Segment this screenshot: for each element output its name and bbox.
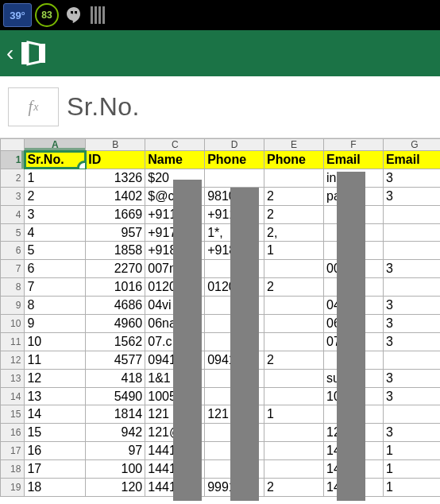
cell[interactable] <box>264 424 324 442</box>
cell[interactable]: 2 <box>264 479 324 497</box>
cell[interactable] <box>264 442 324 460</box>
cell[interactable]: 8 <box>25 297 86 315</box>
cell[interactable] <box>264 332 324 351</box>
row-header[interactable]: 6 <box>1 242 25 260</box>
cell[interactable]: 1 <box>383 460 440 479</box>
cell[interactable] <box>264 387 324 405</box>
cell[interactable]: 4577 <box>86 351 145 369</box>
cell[interactable] <box>264 169 324 187</box>
col-header-B[interactable]: B <box>86 139 145 151</box>
row-header[interactable]: 7 <box>1 260 25 278</box>
cell[interactable]: 4686 <box>86 297 145 315</box>
row-header[interactable]: 8 <box>1 278 25 297</box>
cell[interactable]: 2 <box>264 278 324 297</box>
cell[interactable]: 1 <box>264 242 324 260</box>
row-header[interactable]: 10 <box>1 315 25 333</box>
cell[interactable] <box>264 369 324 387</box>
col-header-F[interactable]: F <box>324 139 384 151</box>
cell[interactable]: 2 <box>264 351 324 369</box>
row-header[interactable]: 12 <box>1 351 25 369</box>
cell[interactable]: 2, <box>264 223 324 242</box>
cell[interactable]: 3 <box>383 424 440 442</box>
formula-value[interactable]: Sr.No. <box>67 76 440 138</box>
cell[interactable]: 3 <box>383 332 440 351</box>
col-header-A[interactable]: A <box>25 139 86 151</box>
spreadsheet[interactable]: A B C D E F G 1Sr.No.IDNamePhonePhoneEma… <box>0 138 440 497</box>
cell[interactable] <box>205 169 264 187</box>
cell[interactable]: 1402 <box>86 187 145 205</box>
cell[interactable]: 13 <box>25 387 86 405</box>
cell[interactable]: 18 <box>25 479 86 497</box>
row-header[interactable]: 1 <box>1 151 25 169</box>
cell[interactable]: 3 <box>383 369 440 387</box>
cell[interactable]: 14 <box>25 405 86 424</box>
cell[interactable]: 5490 <box>86 387 145 405</box>
cell[interactable]: 1 <box>383 442 440 460</box>
cell[interactable] <box>264 297 324 315</box>
row-header[interactable]: 3 <box>1 187 25 205</box>
cell[interactable]: Phone <box>205 151 264 169</box>
cell[interactable]: 3 <box>25 205 86 223</box>
row-header[interactable]: 14 <box>1 387 25 405</box>
cell[interactable]: 2270 <box>86 260 145 278</box>
cell[interactable]: 2 <box>264 205 324 223</box>
cell[interactable]: 12 <box>25 369 86 387</box>
cell[interactable]: 1669 <box>86 205 145 223</box>
cell[interactable] <box>264 460 324 479</box>
cell[interactable]: 3 <box>383 315 440 333</box>
cell[interactable]: 7 <box>25 278 86 297</box>
cell[interactable]: 3 <box>383 260 440 278</box>
cell[interactable]: 1016 <box>86 278 145 297</box>
cell[interactable]: Email <box>383 151 440 169</box>
cell[interactable]: 942 <box>86 424 145 442</box>
cell[interactable]: 4 <box>25 223 86 242</box>
cell[interactable] <box>264 315 324 333</box>
cell[interactable]: Sr.No. <box>25 151 86 169</box>
cell[interactable]: 5 <box>25 242 86 260</box>
cell[interactable]: 2 <box>25 187 86 205</box>
cell[interactable]: 3 <box>383 297 440 315</box>
cell[interactable]: 1858 <box>86 242 145 260</box>
select-all-corner[interactable] <box>1 139 25 151</box>
back-button[interactable]: ‹ <box>6 41 14 66</box>
row-header[interactable]: 2 <box>1 169 25 187</box>
cell[interactable] <box>383 242 440 260</box>
row-header[interactable]: 17 <box>1 442 25 460</box>
row-header[interactable]: 4 <box>1 205 25 223</box>
cell[interactable]: 3 <box>383 187 440 205</box>
row-header[interactable]: 9 <box>1 297 25 315</box>
row-header[interactable]: 18 <box>1 460 25 479</box>
cell[interactable]: 6 <box>25 260 86 278</box>
cell[interactable]: 1 <box>383 479 440 497</box>
cell[interactable]: 1 <box>264 405 324 424</box>
cell[interactable]: Email <box>324 151 384 169</box>
col-header-D[interactable]: D <box>205 139 264 151</box>
cell[interactable]: 97 <box>86 442 145 460</box>
cell[interactable]: 1 <box>25 169 86 187</box>
cell[interactable]: 11 <box>25 351 86 369</box>
cell[interactable] <box>383 223 440 242</box>
cell[interactable]: 2 <box>264 187 324 205</box>
cell[interactable]: 1326 <box>86 169 145 187</box>
row-header[interactable]: 15 <box>1 405 25 424</box>
cell[interactable] <box>383 405 440 424</box>
cell[interactable] <box>383 351 440 369</box>
cell[interactable]: ID <box>86 151 145 169</box>
row-header[interactable]: 11 <box>1 332 25 351</box>
col-header-G[interactable]: G <box>383 139 440 151</box>
cell[interactable]: 9 <box>25 315 86 333</box>
cell[interactable]: 120 <box>86 479 145 497</box>
cell[interactable] <box>383 278 440 297</box>
cell[interactable]: 1562 <box>86 332 145 351</box>
cell[interactable]: 957 <box>86 223 145 242</box>
cell[interactable]: 17 <box>25 460 86 479</box>
cell[interactable]: 1814 <box>86 405 145 424</box>
cell[interactable]: Phone <box>264 151 324 169</box>
cell[interactable]: 10 <box>25 332 86 351</box>
row-header[interactable]: 19 <box>1 479 25 497</box>
cell[interactable]: 418 <box>86 369 145 387</box>
row-header[interactable]: 16 <box>1 424 25 442</box>
cell[interactable]: 3 <box>383 169 440 187</box>
cell[interactable]: 3 <box>383 387 440 405</box>
cell[interactable]: 16 <box>25 442 86 460</box>
